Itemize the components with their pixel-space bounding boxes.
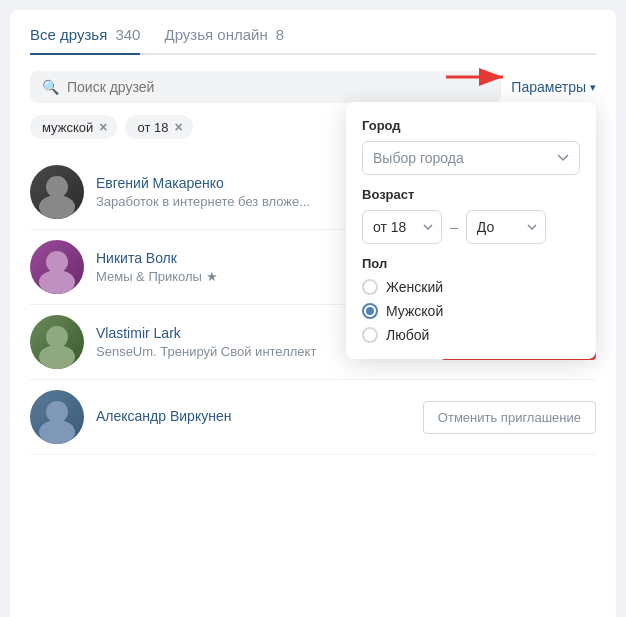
radio-circle-any bbox=[362, 327, 378, 343]
friend-action: Отменить приглашение bbox=[423, 401, 596, 434]
filter-age-remove[interactable]: × bbox=[174, 119, 182, 135]
filter-dropdown-panel: Город Выбор города Возраст от 18 – До По… bbox=[346, 102, 596, 359]
friend-status: Заработок в интернете без вложе... bbox=[96, 194, 376, 209]
age-to-select[interactable]: До bbox=[466, 210, 546, 244]
tab-all-count: 340 bbox=[115, 26, 140, 43]
gender-option-any[interactable]: Любой bbox=[362, 327, 580, 343]
search-box: 🔍 bbox=[30, 71, 501, 103]
age-section-label: Возраст bbox=[362, 187, 580, 202]
tabs-bar: Все друзья 340 Друзья онлайн 8 bbox=[30, 26, 596, 55]
avatar bbox=[30, 240, 84, 294]
params-label: Параметры bbox=[511, 79, 586, 95]
svg-point-5 bbox=[39, 270, 75, 294]
svg-point-6 bbox=[46, 326, 68, 348]
age-from-select[interactable]: от 18 bbox=[362, 210, 442, 244]
filter-tag-age: от 18 × bbox=[125, 115, 192, 139]
filter-gender-label: мужской bbox=[42, 120, 93, 135]
gender-any-label: Любой bbox=[386, 327, 429, 343]
search-row: 🔍 Параметры ▾ bbox=[30, 71, 596, 103]
filter-gender-remove[interactable]: × bbox=[99, 119, 107, 135]
friend-status: Мемы & Приколы ★ bbox=[96, 269, 376, 284]
gender-male-label: Мужской bbox=[386, 303, 443, 319]
tab-all-friends[interactable]: Все друзья 340 bbox=[30, 26, 140, 55]
svg-point-2 bbox=[46, 176, 68, 198]
avatar bbox=[30, 390, 84, 444]
search-icon: 🔍 bbox=[42, 79, 59, 95]
friend-item: Александр Виркунен Отменить приглашение bbox=[30, 380, 596, 455]
svg-point-7 bbox=[39, 345, 75, 369]
avatar bbox=[30, 315, 84, 369]
svg-point-3 bbox=[39, 195, 75, 219]
age-row: от 18 – До bbox=[362, 210, 580, 244]
friend-status: SenseUm. Тренируй Свой интеллект bbox=[96, 344, 376, 359]
city-select[interactable]: Выбор города bbox=[362, 141, 580, 175]
tab-online-friends[interactable]: Друзья онлайн 8 bbox=[164, 26, 284, 55]
svg-point-4 bbox=[46, 251, 68, 273]
filter-age-label: от 18 bbox=[137, 120, 168, 135]
radio-circle-male bbox=[362, 303, 378, 319]
filter-tag-gender: мужской × bbox=[30, 115, 117, 139]
tab-online-label: Друзья онлайн bbox=[164, 26, 267, 43]
friend-name[interactable]: Александр Виркунен bbox=[96, 408, 411, 424]
svg-point-9 bbox=[39, 420, 75, 444]
friend-info: Александр Виркунен bbox=[96, 408, 411, 427]
tab-online-count: 8 bbox=[276, 26, 284, 43]
main-container: Все друзья 340 Друзья онлайн 8 🔍 Параме bbox=[10, 10, 616, 617]
radio-circle-female bbox=[362, 279, 378, 295]
age-dash: – bbox=[450, 219, 458, 235]
gender-option-male[interactable]: Мужской bbox=[362, 303, 580, 319]
gender-female-label: Женский bbox=[386, 279, 443, 295]
cancel-invite-button[interactable]: Отменить приглашение bbox=[423, 401, 596, 434]
arrow-annotation bbox=[441, 63, 511, 91]
gender-section-label: Пол bbox=[362, 256, 580, 271]
params-button[interactable]: Параметры ▾ bbox=[511, 79, 596, 95]
avatar bbox=[30, 165, 84, 219]
tab-all-label: Все друзья bbox=[30, 26, 107, 43]
gender-radio-group: Женский Мужской Любой bbox=[362, 279, 580, 343]
radio-dot-male bbox=[366, 307, 374, 315]
chevron-down-icon: ▾ bbox=[590, 81, 596, 94]
gender-option-female[interactable]: Женский bbox=[362, 279, 580, 295]
svg-point-8 bbox=[46, 401, 68, 423]
city-section-label: Город bbox=[362, 118, 580, 133]
search-input[interactable] bbox=[67, 79, 489, 95]
